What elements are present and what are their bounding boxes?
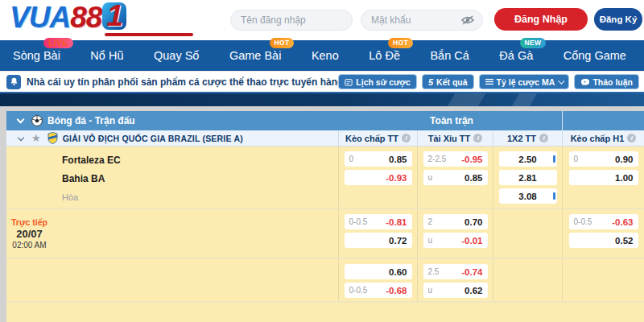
chevron-down-icon bbox=[559, 77, 565, 84]
odds-table: Fortaleza EC Bahia BA Hòa 00.85 -0.93 2-… bbox=[6, 147, 644, 322]
info-icon[interactable]: i bbox=[473, 134, 482, 142]
odds-type-dropdown[interactable]: Tỷ lệ cược MA bbox=[479, 74, 570, 89]
page: VUA881 Đăng Nhập Đăng Ký Sòng Bài LIVE N… bbox=[0, 0, 644, 322]
odds-cell[interactable]: u0.85 bbox=[423, 170, 488, 185]
nav-item-da-ga[interactable]: Đá Gà NEW bbox=[499, 49, 533, 62]
1x2-ft-cells bbox=[493, 209, 562, 258]
home-team[interactable]: Fortaleza EC bbox=[62, 151, 338, 170]
odds-cell[interactable]: 2-2.5-0.95 bbox=[423, 151, 488, 167]
column-header-1x2-ft: 1X2 TTi bbox=[493, 130, 562, 146]
period-header: Toàn trận bbox=[391, 115, 512, 126]
info-icon[interactable]: i bbox=[402, 134, 411, 142]
league-header: ★ GIẢI VÔ ĐỊCH QUỐC GIA BRAZIL (SERIE A)… bbox=[6, 130, 644, 147]
banner-streak bbox=[444, 93, 487, 106]
teams-cell bbox=[52, 209, 338, 258]
chat-icon bbox=[580, 78, 589, 86]
odds-cell[interactable]: 2.81 bbox=[499, 170, 557, 185]
match-time: 02:00 AM bbox=[12, 241, 46, 250]
odds-cell[interactable]: 0-0.5-0.81 bbox=[345, 214, 412, 229]
odds-cell[interactable]: u0.62 bbox=[423, 283, 488, 298]
sport-header[interactable]: Bóng đá - Trận đấu Toàn trận bbox=[6, 111, 644, 130]
site-logo[interactable]: VUA881 bbox=[10, 1, 126, 35]
logo-text-vua: VUA bbox=[10, 1, 70, 34]
nav-item-ban-ca[interactable]: Bắn Cá bbox=[430, 49, 469, 62]
odds-change-indicator bbox=[553, 192, 555, 200]
eye-slash-icon[interactable] bbox=[461, 15, 474, 25]
sport-title: Bóng đá - Trận đấu bbox=[47, 115, 135, 126]
hot-badge: HOT bbox=[388, 38, 413, 48]
nav-item-quay-so[interactable]: Quay Số bbox=[154, 49, 199, 62]
favorite-star-icon[interactable]: ★ bbox=[31, 132, 41, 144]
over-under-ft-cells: 2-2.5-0.95 u0.85 bbox=[417, 147, 493, 208]
odds-cell[interactable]: 0.60 bbox=[345, 264, 412, 279]
handicap-h1-cells: 0-0.5-0.63 0.52 bbox=[562, 209, 644, 258]
odds-cell[interactable]: 0.72 bbox=[345, 233, 412, 248]
top-header: VUA881 Đăng Nhập Đăng Ký bbox=[0, 0, 644, 40]
away-team[interactable]: Bahia BA bbox=[62, 170, 338, 188]
logo-text-88: 88 bbox=[70, 1, 101, 34]
1x2-ft-cells bbox=[493, 259, 562, 301]
odds-cell[interactable]: 00.85 bbox=[345, 151, 412, 167]
collapse-chevron-icon[interactable] bbox=[17, 116, 25, 124]
odds-cell[interactable]: -0.93 bbox=[345, 170, 412, 185]
results-icon: 5 bbox=[428, 77, 433, 87]
announcement-actions: Lịch sử cược 5 Kết quả Tỷ lệ cược MA Thả… bbox=[338, 74, 639, 89]
nav-item-cong-game[interactable]: Cổng Game bbox=[564, 49, 626, 62]
over-under-ft-cells: 2.5-0.74 u0.62 bbox=[417, 259, 493, 301]
hot-badge: HOT bbox=[270, 38, 295, 48]
nav-item-no-hu[interactable]: Nổ Hũ bbox=[90, 49, 123, 62]
announcement-text: Nhà cái uy tín phân phối sản phẩm cá cượ… bbox=[27, 76, 338, 88]
bet-history-button[interactable]: Lịch sử cược bbox=[338, 74, 417, 89]
announcement-bar: Nhà cái uy tín phân phối sản phẩm cá cượ… bbox=[0, 71, 644, 93]
username-input[interactable] bbox=[230, 10, 353, 31]
match-time-cell: Trực tiếp 20/07 02:00 AM bbox=[6, 209, 52, 258]
odds-row-group-1: Fortaleza EC Bahia BA Hòa 00.85 -0.93 2-… bbox=[6, 147, 644, 209]
odds-cell[interactable]: 0-0.5-0.68 bbox=[345, 283, 412, 298]
logo-text-1: 1 bbox=[102, 2, 126, 30]
handicap-h1-cells: 00.90 1.00 bbox=[562, 147, 644, 208]
column-divider bbox=[562, 111, 563, 130]
column-header-handicap-ft: Kèo chấp TTi bbox=[338, 130, 417, 146]
odds-change-indicator bbox=[553, 155, 555, 163]
info-icon[interactable]: i bbox=[539, 134, 548, 142]
nav-item-lo-de[interactable]: Lô Đề HOT bbox=[369, 49, 400, 62]
nav-item-game-bai[interactable]: Game Bài HOT bbox=[229, 49, 281, 62]
league-name: GIẢI VÔ ĐỊCH QUỐC GIA BRAZIL (SERIE A) bbox=[63, 134, 243, 143]
banner-strip bbox=[0, 93, 644, 106]
odds-cell[interactable]: u-0.01 bbox=[423, 233, 488, 248]
odds-cell[interactable]: 2.50 bbox=[499, 151, 557, 167]
odds-cell[interactable]: 2.5-0.74 bbox=[423, 264, 488, 279]
login-button[interactable]: Đăng Nhập bbox=[494, 8, 588, 31]
odds-cell[interactable]: 0-0.5-0.63 bbox=[569, 214, 638, 229]
handicap-h1-cells bbox=[562, 259, 644, 301]
handicap-ft-cells: 00.85 -0.93 bbox=[338, 147, 417, 208]
nav-item-song-bai[interactable]: Sòng Bài LIVE bbox=[13, 49, 60, 62]
date-cell bbox=[6, 259, 52, 301]
league-title-area[interactable]: ★ GIẢI VÔ ĐỊCH QUỐC GIA BRAZIL (SERIE A) bbox=[6, 130, 338, 146]
banner-streak bbox=[509, 93, 539, 106]
handicap-ft-cells: 0-0.5-0.81 0.72 bbox=[338, 209, 417, 258]
odds-cell[interactable]: 20.70 bbox=[423, 214, 488, 229]
odds-cell[interactable]: 3.08 bbox=[499, 188, 557, 204]
league-logo bbox=[47, 132, 58, 144]
1x2-ft-cells: 2.50 2.81 3.08 bbox=[493, 147, 562, 208]
bell-icon bbox=[6, 75, 21, 89]
odds-cell[interactable]: 1.00 bbox=[569, 170, 638, 185]
nav-item-keno[interactable]: Keno bbox=[312, 49, 339, 62]
draw-label: Hòa bbox=[62, 188, 338, 206]
teams-cell: Fortaleza EC Bahia BA Hòa bbox=[52, 147, 338, 208]
odds-cell[interactable]: 00.90 bbox=[569, 151, 638, 167]
results-button[interactable]: 5 Kết quả bbox=[422, 74, 474, 89]
discussion-button[interactable]: Thảo luận bbox=[574, 74, 639, 89]
odds-row-group-3: 0.60 0-0.5-0.68 2.5-0.74 u0.62 bbox=[6, 259, 644, 303]
left-rail bbox=[0, 111, 6, 322]
teams-cell bbox=[52, 259, 338, 301]
info-icon[interactable]: i bbox=[627, 134, 636, 142]
new-badge: NEW bbox=[520, 38, 547, 48]
odds-cell[interactable]: 0.52 bbox=[569, 233, 638, 248]
collapse-chevron-icon[interactable] bbox=[18, 134, 24, 140]
live-label: Trực tiếp bbox=[11, 217, 47, 227]
register-button[interactable]: Đăng Ký bbox=[594, 8, 642, 31]
main-nav: Sòng Bài LIVE Nổ Hũ Quay Số Game Bài HOT… bbox=[0, 40, 644, 71]
soccer-ball-icon bbox=[31, 115, 43, 126]
